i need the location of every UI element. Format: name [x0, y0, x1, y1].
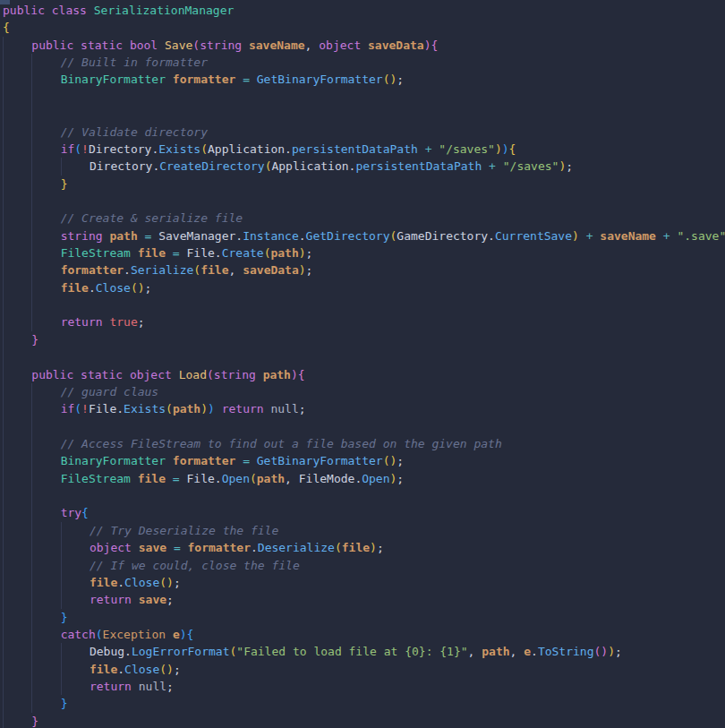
code-line[interactable]: // Try Deserialize the file — [3, 522, 725, 539]
indent-guide — [31, 141, 60, 158]
code-token: () — [159, 576, 174, 589]
code-line[interactable]: public static object Load(string path){ — [3, 366, 725, 383]
code-line[interactable]: // If we could, close the file — [3, 557, 725, 574]
code-editor[interactable]: public class SerializationManager{ publi… — [0, 0, 725, 728]
indent-guide — [31, 452, 60, 469]
code-token: saveData — [368, 39, 424, 52]
code-token: } — [31, 715, 38, 728]
code-line[interactable] — [3, 418, 725, 435]
code-token: ( — [193, 263, 200, 277]
code-line[interactable]: return true; — [3, 313, 725, 330]
code-token: , — [510, 645, 525, 658]
code-area[interactable]: public class SerializationManager{ publi… — [3, 2, 725, 728]
code-line[interactable] — [3, 106, 725, 123]
code-token: ) — [200, 402, 208, 415]
code-line[interactable]: public class SerializationManager — [3, 2, 725, 19]
code-line[interactable]: return save; — [3, 591, 725, 608]
code-token: ) — [608, 645, 615, 658]
code-token: FileStream — [61, 472, 138, 485]
code-line[interactable]: // Access FileStream to find out a file … — [3, 435, 725, 452]
code-token: . — [251, 541, 258, 554]
code-line[interactable]: try{ — [3, 504, 725, 521]
code-token: ) — [299, 263, 306, 277]
code-line[interactable]: formatter.Serialize(file, saveData); — [3, 261, 725, 278]
indent-guide — [31, 158, 60, 175]
code-line[interactable]: } — [3, 331, 725, 348]
code-token: Deserialize — [258, 541, 335, 554]
code-line[interactable] — [3, 487, 725, 504]
code-token: ) — [370, 541, 377, 554]
code-line[interactable]: return null; — [3, 678, 725, 695]
code-line[interactable]: // Create & serialize file — [3, 210, 725, 227]
code-token: return — [90, 593, 139, 606]
code-token: ! — [81, 402, 89, 415]
code-line[interactable] — [3, 89, 725, 106]
code-token: ; — [174, 663, 181, 676]
indent-guide — [3, 695, 31, 712]
code-token: public class — [3, 4, 94, 17]
indent-guide — [31, 124, 60, 141]
code-line[interactable]: Debug.LogErrorFormat("Failed to load fil… — [3, 643, 725, 660]
code-line[interactable]: } — [3, 713, 725, 728]
code-token: . — [117, 576, 124, 589]
code-line[interactable]: FileStream file = File.Open(path, FileMo… — [3, 470, 725, 487]
code-token: // Try Deserialize the file — [90, 524, 278, 537]
code-line[interactable]: Directory.CreateDirectory(Application.pe… — [3, 158, 725, 175]
code-token: . — [117, 663, 124, 676]
indent-guide — [3, 557, 31, 574]
indent-guide — [3, 470, 31, 487]
code-token — [235, 73, 243, 86]
code-token: Application. — [208, 142, 292, 156]
code-line[interactable]: FileStream file = File.Create(path); — [3, 244, 725, 261]
code-line[interactable]: string path = SaveManager.Instance.GetDi… — [3, 227, 725, 244]
code-line[interactable]: // guard claus — [3, 383, 725, 400]
code-line[interactable]: BinaryFormatter formatter = GetBinaryFor… — [3, 71, 725, 88]
code-line[interactable]: } — [3, 695, 725, 712]
code-token: saveName — [600, 229, 656, 243]
code-line[interactable]: if(!File.Exists(path)) return null; — [3, 400, 725, 417]
code-line[interactable]: } — [3, 609, 725, 626]
indent-guide — [61, 539, 90, 556]
indent-guide — [31, 643, 60, 660]
code-token: ( — [74, 402, 81, 415]
code-line[interactable]: { — [3, 19, 725, 36]
code-line[interactable]: BinaryFormatter formatter = GetBinaryFor… — [3, 452, 725, 469]
code-token: = — [243, 73, 250, 86]
indent-guide — [61, 158, 90, 175]
code-line[interactable]: // Built in formatter — [3, 54, 725, 71]
code-line[interactable] — [3, 348, 725, 365]
code-token: "Failed to load file at {0}: {1}" — [236, 645, 467, 658]
code-token: Save — [165, 39, 192, 52]
code-line[interactable]: object save = formatter.Deserialize(file… — [3, 539, 725, 556]
code-token: Close — [96, 281, 131, 295]
indent-guide — [3, 176, 31, 193]
code-line[interactable]: file.Close(); — [3, 279, 725, 296]
code-token: Exists — [124, 402, 166, 415]
code-token: // guard claus — [61, 385, 159, 398]
indent-guide — [31, 487, 60, 504]
code-line[interactable]: file.Close(); — [3, 661, 725, 678]
indent-guide — [61, 643, 90, 660]
code-line[interactable]: // Validate directory — [3, 124, 725, 141]
code-token: file — [61, 281, 89, 295]
code-token: + — [586, 229, 593, 243]
indent-guide — [31, 539, 60, 556]
code-line[interactable]: } — [3, 176, 725, 193]
code-token: e — [524, 645, 531, 658]
code-line[interactable]: file.Close(); — [3, 574, 725, 591]
code-line[interactable] — [3, 296, 725, 313]
code-token: // Create & serialize file — [61, 211, 243, 225]
code-token: string — [61, 229, 110, 243]
code-token: string — [214, 368, 263, 381]
code-token: () — [131, 281, 145, 295]
code-line[interactable]: public static bool Save(string saveName,… — [3, 37, 725, 54]
indent-guide — [31, 383, 60, 400]
code-token — [180, 472, 187, 485]
code-line[interactable] — [3, 193, 725, 210]
indent-guide — [3, 158, 31, 175]
code-token: save — [139, 593, 166, 606]
indent-guide — [31, 626, 60, 643]
code-token: FileStream — [61, 246, 138, 260]
code-line[interactable]: catch(Exception e){ — [3, 626, 725, 643]
code-line[interactable]: if(!Directory.Exists(Application.persist… — [3, 141, 725, 158]
